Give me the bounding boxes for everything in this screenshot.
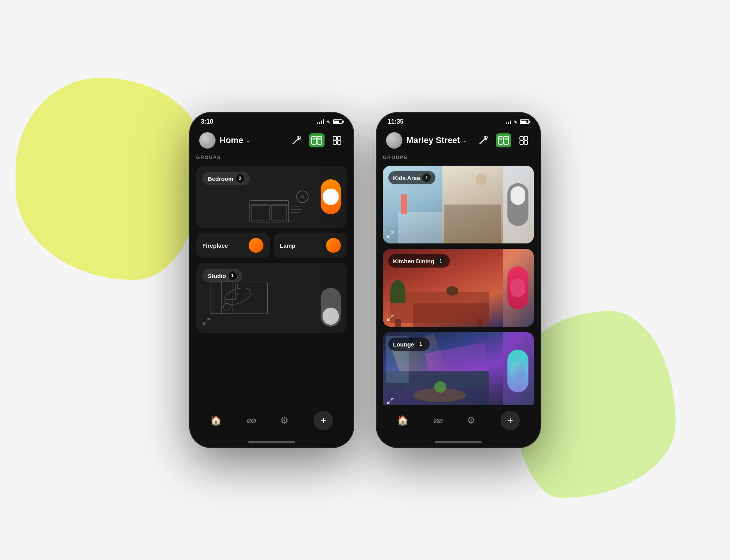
svg-line-3 (300, 138, 301, 138)
group-card-bedroom[interactable]: Bedroom 2 (196, 166, 347, 228)
svg-rect-9 (318, 138, 321, 140)
status-icons-right: ∿ (506, 119, 529, 125)
chevron-down-icon-right: ⌄ (462, 137, 467, 144)
location-text-left: Home (219, 135, 243, 145)
group-card-kids[interactable]: Kids Area 1 (383, 166, 534, 243)
kitchen-dining-text: Kitchen Dining (393, 258, 434, 264)
location-selector-left[interactable]: Home ⌄ (199, 132, 250, 149)
add-icon-left: + (320, 415, 326, 425)
fireplace-toggle[interactable] (249, 238, 263, 253)
bedroom-sketch (242, 185, 320, 224)
svg-line-39 (485, 136, 486, 137)
avatar-left (199, 132, 216, 149)
phone-right: 11:35 ▶ ∿ Marley Street ⌄ (377, 113, 540, 447)
add-icon-right: + (507, 415, 513, 425)
nav-scenes-right[interactable]: ⌀⌀ (433, 415, 442, 425)
studio-expand-icon (202, 317, 210, 327)
svg-rect-46 (505, 138, 508, 140)
lamp-label: Lamp (280, 242, 295, 249)
kitchen-expand-icon (387, 314, 394, 323)
location-name-right[interactable]: Marley Street ⌄ (406, 135, 467, 145)
location-selector-right[interactable]: Marley Street ⌄ (386, 132, 467, 149)
grid-icon-left[interactable] (330, 133, 344, 147)
chevron-down-icon-left: ⌄ (246, 137, 250, 144)
groups-section-left: GROUPS Bedroom 2 (190, 155, 353, 405)
bedroom-tag: Bedroom 2 (202, 172, 250, 185)
status-time-right: 11:35 (388, 118, 404, 125)
background-blob-yellow (16, 78, 202, 280)
nav-home-left[interactable]: 🏠 (210, 415, 222, 426)
studio-sketch (204, 278, 282, 317)
svg-rect-6 (312, 136, 316, 144)
phone-content-right: Marley Street ⌄ (377, 128, 540, 447)
kids-color-toggle[interactable] (507, 183, 528, 226)
lounge-card-label: Lounge 1 (388, 338, 430, 351)
kitchen-table-leg1 (395, 319, 401, 327)
lounge-color-toggle[interactable] (507, 350, 528, 392)
kids-area-text: Kids Area (393, 175, 420, 181)
svg-rect-7 (317, 136, 322, 144)
kids-toggle-track[interactable] (507, 183, 528, 226)
kitchen-toggle-track[interactable] (507, 266, 528, 309)
svg-rect-47 (520, 136, 523, 140)
wifi-icon-right: ∿ (513, 119, 518, 125)
svg-rect-8 (312, 138, 316, 140)
svg-rect-43 (498, 136, 503, 144)
nav-home-right[interactable]: 🏠 (397, 415, 409, 426)
svg-rect-44 (504, 136, 509, 144)
svg-rect-11 (337, 136, 341, 140)
svg-line-37 (480, 138, 485, 144)
phones-container: 3:10 ▶ ∿ Home ⌄ (190, 113, 540, 447)
wifi-icon-left: ∿ (326, 119, 331, 125)
scenes-icon-left: ⌀⌀ (247, 415, 255, 425)
svg-rect-48 (524, 136, 528, 140)
studio-toggle[interactable] (321, 288, 341, 327)
nav-add-left[interactable]: + (314, 411, 333, 430)
group-card-kitchen[interactable]: Kitchen Dining 1 (383, 249, 534, 327)
svg-rect-12 (333, 141, 337, 144)
groups-section-right: GROUPS (377, 155, 540, 405)
nav-add-right[interactable]: + (500, 411, 520, 430)
group-card-studio[interactable]: Studio 1 (196, 263, 347, 333)
kids-badge: 1 (422, 173, 431, 182)
lamp-toggle[interactable] (326, 238, 341, 253)
location-name-left[interactable]: Home ⌄ (219, 135, 250, 145)
group-pill-lamp[interactable]: Lamp (274, 233, 347, 258)
grid-icon-right[interactable] (517, 133, 531, 147)
phone-left: 3:10 ▶ ∿ Home ⌄ (190, 113, 353, 447)
avatar-right (386, 132, 402, 149)
nav-settings-right[interactable]: ⚙ (467, 415, 476, 426)
home-indicator-left (248, 441, 295, 443)
bottom-nav-left: 🏠 ⌀⌀ ⚙ + (190, 405, 353, 438)
header-actions-left (290, 133, 344, 147)
group-pill-fireplace[interactable]: Fireplace (196, 233, 270, 258)
nav-settings-left[interactable]: ⚙ (280, 415, 289, 426)
kitchen-color-toggle[interactable] (507, 266, 528, 309)
svg-rect-10 (333, 136, 337, 140)
phone-content-left: Home ⌄ (190, 128, 353, 447)
bottom-nav-right: 🏠 ⌀⌀ ⚙ + (377, 405, 540, 438)
lounge-toggle-track[interactable] (507, 350, 528, 392)
bedroom-toggle-switch[interactable] (321, 179, 341, 214)
nav-scenes-left[interactable]: ⌀⌀ (247, 415, 255, 425)
home-icon-left: 🏠 (210, 415, 222, 426)
group-card-lounge[interactable]: Lounge 1 (383, 332, 534, 405)
bedroom-toggle[interactable] (321, 179, 341, 214)
switch-device-icon-right[interactable] (496, 133, 511, 147)
kids-card-label: Kids Area 1 (388, 171, 435, 184)
signal-icon-right (506, 119, 511, 124)
svg-rect-13 (337, 141, 341, 144)
magic-wand-icon-right[interactable] (476, 133, 490, 147)
svg-rect-18 (291, 206, 304, 207)
magic-wand-icon-left[interactable] (290, 133, 304, 147)
kids-lamp (401, 194, 407, 214)
svg-line-2 (298, 136, 299, 137)
settings-icon-left: ⚙ (280, 415, 289, 426)
switch-device-icon-left[interactable] (309, 133, 325, 147)
kitchen-badge: 1 (437, 257, 445, 265)
kids-ceiling-light (476, 173, 487, 185)
phone-notch-right (431, 113, 486, 124)
scenes-icon-right: ⌀⌀ (433, 415, 442, 425)
svg-rect-15 (252, 205, 269, 220)
svg-point-22 (300, 195, 304, 199)
